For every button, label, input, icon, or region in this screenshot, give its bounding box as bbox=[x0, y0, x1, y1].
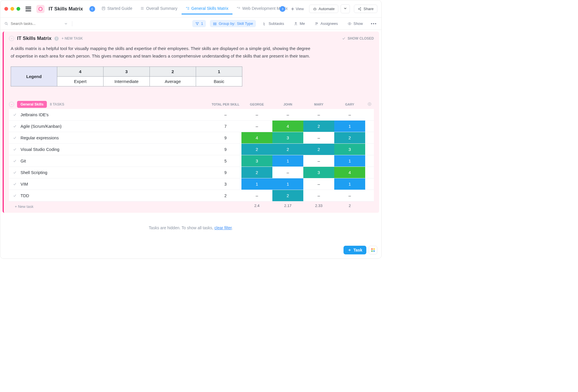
collapse-group[interactable] bbox=[9, 102, 14, 107]
search-input[interactable] bbox=[11, 21, 57, 26]
tab-started-guide[interactable]: Started Guide bbox=[97, 3, 136, 14]
tab-general-skills-matrix[interactable]: General Skills Matrix bbox=[182, 3, 232, 14]
skill-cell[interactable]: 4 bbox=[241, 132, 272, 143]
status-check-icon[interactable] bbox=[9, 155, 21, 167]
close-window[interactable] bbox=[4, 7, 8, 11]
skill-cell[interactable]: 1 bbox=[272, 178, 303, 190]
skill-cell[interactable]: – bbox=[241, 109, 272, 120]
column-george[interactable]: GEORGE bbox=[241, 103, 272, 106]
table-row[interactable]: Git 5 31–1 bbox=[9, 155, 374, 167]
collapse-panel[interactable] bbox=[9, 36, 14, 41]
skill-cell[interactable]: – bbox=[241, 190, 272, 201]
skill-cell[interactable]: 2 bbox=[303, 144, 334, 155]
skill-cell[interactable]: 1 bbox=[272, 155, 303, 167]
tabs-scroll-right[interactable] bbox=[280, 6, 285, 12]
skill-cell[interactable]: 1 bbox=[241, 178, 272, 190]
table-row[interactable]: TDD 2 –2–– bbox=[9, 190, 374, 201]
task-name[interactable]: TDD bbox=[21, 190, 210, 201]
assignees-button[interactable]: Assignees bbox=[312, 20, 341, 27]
status-check-icon[interactable] bbox=[9, 167, 21, 178]
status-check-icon[interactable] bbox=[9, 121, 21, 132]
subtasks-button[interactable]: Subtasks bbox=[260, 20, 287, 27]
skill-cell[interactable]: 4 bbox=[272, 121, 303, 132]
show-button[interactable]: Show bbox=[345, 20, 366, 27]
column-john[interactable]: JOHN bbox=[272, 103, 303, 106]
total-cell[interactable]: 5 bbox=[210, 155, 241, 167]
skill-cell[interactable]: – bbox=[303, 190, 334, 201]
skill-cell[interactable]: 3 bbox=[241, 155, 272, 167]
window-controls[interactable] bbox=[4, 7, 20, 11]
clear-filter-link[interactable]: clear filter bbox=[215, 225, 232, 230]
add-view-button[interactable]: View bbox=[288, 5, 307, 13]
task-name[interactable]: Regular expressions bbox=[21, 132, 210, 143]
table-row[interactable]: Shell Scripting 9 2–34 bbox=[9, 167, 374, 178]
table-row[interactable]: Regular expressions 9 43–2 bbox=[9, 132, 374, 144]
skill-cell[interactable]: – bbox=[334, 109, 365, 120]
tabs-scroll-left[interactable] bbox=[89, 6, 95, 12]
status-check-icon[interactable] bbox=[9, 178, 21, 190]
skill-cell[interactable]: – bbox=[334, 190, 365, 201]
apps-button[interactable] bbox=[369, 246, 377, 254]
new-task-row[interactable]: + New task bbox=[9, 201, 34, 210]
chevron-down-icon[interactable] bbox=[64, 22, 68, 26]
skill-cell[interactable]: – bbox=[303, 109, 334, 120]
task-name[interactable]: Jetbrains IDE's bbox=[21, 109, 210, 120]
total-cell[interactable]: – bbox=[210, 109, 241, 120]
task-name[interactable]: Git bbox=[21, 155, 210, 167]
add-column-button[interactable] bbox=[365, 101, 374, 108]
filter-pill[interactable]: 1 bbox=[192, 20, 206, 27]
skill-cell[interactable]: – bbox=[272, 167, 303, 178]
hamburger-menu-icon[interactable] bbox=[25, 7, 31, 11]
total-cell[interactable]: 9 bbox=[210, 144, 241, 155]
automate-button[interactable]: Automate bbox=[309, 5, 339, 13]
status-check-icon[interactable] bbox=[9, 190, 21, 201]
task-name[interactable]: Shell Scripting bbox=[21, 167, 210, 178]
task-name[interactable]: Agile (Scrum/Kanban) bbox=[21, 121, 210, 132]
minimize-window[interactable] bbox=[10, 7, 14, 11]
table-row[interactable]: Agile (Scrum/Kanban) 7 –421 bbox=[9, 121, 374, 132]
skill-cell[interactable]: 2 bbox=[241, 167, 272, 178]
status-check-icon[interactable] bbox=[9, 132, 21, 143]
task-name[interactable]: Visual Studio Coding bbox=[21, 144, 210, 155]
skill-cell[interactable]: 2 bbox=[272, 190, 303, 201]
search-box[interactable] bbox=[4, 21, 68, 26]
status-check-icon[interactable] bbox=[9, 109, 21, 120]
total-cell[interactable]: 3 bbox=[210, 178, 241, 190]
skill-cell[interactable]: 3 bbox=[334, 144, 365, 155]
group-by-pill[interactable]: Group by: Skill Type bbox=[210, 20, 256, 27]
maximize-window[interactable] bbox=[16, 7, 20, 11]
column-total[interactable]: TOTAL PER SKILL bbox=[210, 103, 241, 106]
skill-cell[interactable]: – bbox=[303, 178, 334, 190]
info-icon[interactable]: i bbox=[54, 36, 59, 41]
skill-cell[interactable]: 1 bbox=[334, 121, 365, 132]
column-mary[interactable]: MARY bbox=[303, 103, 334, 106]
create-task-button[interactable]: Task bbox=[344, 246, 366, 254]
me-button[interactable]: Me bbox=[291, 20, 308, 27]
skill-cell[interactable]: 2 bbox=[334, 132, 365, 143]
group-name-pill[interactable]: General Skills bbox=[17, 101, 47, 108]
share-button[interactable]: Share bbox=[354, 5, 377, 13]
task-name[interactable]: VIM bbox=[21, 178, 210, 190]
skill-cell[interactable]: 1 bbox=[334, 178, 365, 190]
total-cell[interactable]: 2 bbox=[210, 190, 241, 201]
skill-cell[interactable]: 4 bbox=[334, 167, 365, 178]
table-row[interactable]: Visual Studio Coding 9 2223 bbox=[9, 144, 374, 155]
skill-cell[interactable]: 2 bbox=[303, 121, 334, 132]
skill-cell[interactable]: 2 bbox=[272, 144, 303, 155]
total-cell[interactable]: 9 bbox=[210, 132, 241, 143]
status-check-icon[interactable] bbox=[9, 144, 21, 155]
skill-cell[interactable]: 3 bbox=[272, 132, 303, 143]
table-row[interactable]: VIM 3 11–1 bbox=[9, 178, 374, 190]
table-row[interactable]: Jetbrains IDE's – –––– bbox=[9, 109, 374, 121]
workspace-logo[interactable] bbox=[36, 5, 45, 13]
new-task-button[interactable]: + NEW TASK bbox=[62, 36, 83, 40]
more-menu[interactable] bbox=[370, 22, 377, 25]
total-cell[interactable]: 7 bbox=[210, 121, 241, 132]
skill-cell[interactable]: – bbox=[303, 155, 334, 167]
skill-cell[interactable]: – bbox=[272, 109, 303, 120]
skill-cell[interactable]: 2 bbox=[241, 144, 272, 155]
automate-dropdown[interactable] bbox=[341, 4, 350, 13]
show-closed-button[interactable]: SHOW CLOSED bbox=[342, 36, 374, 40]
total-cell[interactable]: 9 bbox=[210, 167, 241, 178]
tab-overall-summary[interactable]: Overall Summary bbox=[136, 3, 181, 14]
